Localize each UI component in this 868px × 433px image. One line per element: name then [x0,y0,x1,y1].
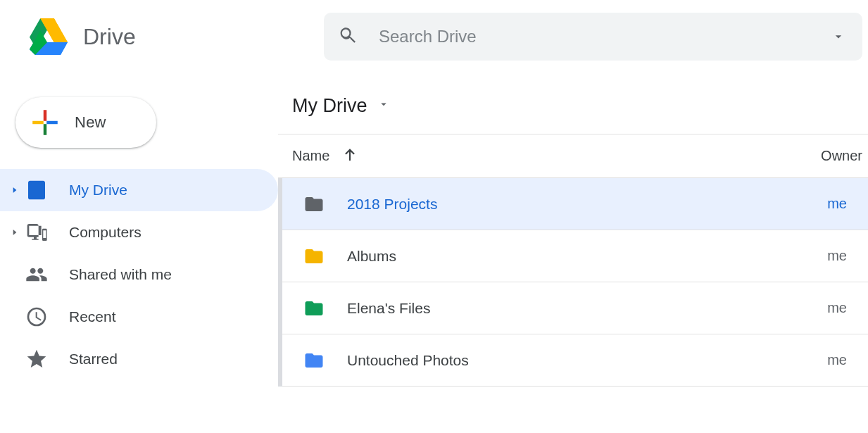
sidebar-item-starred[interactable]: Starred [0,338,278,380]
file-name: Albums [347,248,396,265]
file-owner: me [827,300,868,316]
table-row[interactable]: Elena's Filesme [282,282,868,334]
svg-rect-3 [46,121,58,124]
folder-icon [302,246,326,267]
file-owner: me [827,196,868,212]
expand-caret-icon[interactable] [8,227,21,237]
expand-caret-icon[interactable] [8,185,21,195]
sidebar-item-recent[interactable]: Recent [0,296,278,338]
sidebar-item-label: Shared with me [69,266,172,283]
column-owner[interactable]: Owner [821,148,868,164]
file-name: Untouched Photos [347,352,469,369]
sidebar-item-label: Computers [69,224,141,241]
sidebar-item-my-drive[interactable]: My Drive [0,169,278,211]
table-row[interactable]: 2018 Projectsme [282,178,868,230]
new-button[interactable]: New [15,97,156,148]
file-name: Elena's Files [347,300,430,317]
folder-icon [302,350,326,371]
folder-icon [302,194,326,215]
sidebar-item-label: Starred [69,351,118,368]
svg-rect-1 [44,124,46,135]
column-headers: Name Owner [278,134,868,178]
drive-logo-icon [27,18,69,55]
sidebar-item-label: My Drive [69,182,127,199]
search-box[interactable] [324,13,862,61]
breadcrumb[interactable]: My Drive [278,86,868,125]
file-owner: me [827,352,868,368]
svg-rect-0 [44,110,46,121]
file-owner: me [827,248,868,264]
breadcrumb-label: My Drive [292,95,367,117]
plus-icon [28,106,62,139]
sidebar-item-computers[interactable]: Computers [0,211,278,253]
sidebar-item-label: Recent [69,308,116,325]
new-button-label: New [75,113,106,132]
shared-icon [25,263,48,286]
table-row[interactable]: Albumsme [282,230,868,282]
search-options-icon[interactable] [829,30,848,44]
chevron-down-icon [377,98,390,113]
recent-icon [25,306,48,328]
folder-icon [302,298,326,319]
sidebar-item-shared[interactable]: Shared with me [0,253,278,296]
search-input[interactable] [379,27,829,46]
table-row[interactable]: Untouched Photosme [282,334,868,387]
column-name[interactable]: Name [292,148,329,164]
computers-icon [25,221,48,244]
sort-ascending-icon[interactable] [342,147,358,165]
file-name: 2018 Projects [347,196,437,213]
my-drive-icon [25,179,48,201]
star-icon [25,348,48,370]
search-icon [338,25,358,48]
app-name: Drive [83,24,136,50]
svg-rect-2 [32,121,44,124]
